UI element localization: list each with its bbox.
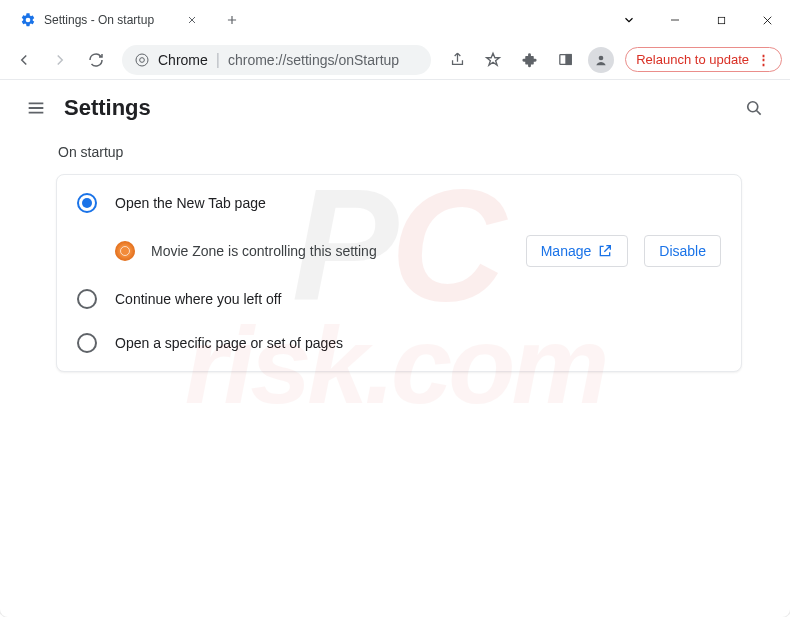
section-heading: On startup [58, 144, 742, 160]
profile-avatar[interactable] [585, 44, 617, 76]
page-title: Settings [64, 95, 151, 121]
avatar-icon [588, 47, 614, 73]
share-icon[interactable] [441, 44, 473, 76]
new-tab-button[interactable] [218, 6, 246, 34]
omnibox-url: chrome://settings/onStartup [228, 52, 399, 68]
disable-label: Disable [659, 243, 706, 259]
relaunch-label: Relaunch to update [636, 52, 749, 67]
extensions-puzzle-icon[interactable] [513, 44, 545, 76]
settings-gear-icon [20, 12, 36, 28]
option-specific-pages[interactable]: Open a specific page or set of pages [57, 321, 741, 365]
back-button[interactable] [8, 44, 40, 76]
reload-button[interactable] [80, 44, 112, 76]
radio-unselected-icon [77, 289, 97, 309]
svg-rect-4 [566, 55, 571, 65]
minimize-button[interactable] [652, 0, 698, 40]
option-open-new-tab[interactable]: Open the New Tab page [57, 181, 741, 225]
radio-selected-icon [77, 193, 97, 213]
option-continue[interactable]: Continue where you left off [57, 277, 741, 321]
extension-message: Movie Zone is controlling this setting [151, 243, 510, 259]
browser-tab[interactable]: Settings - On startup [10, 3, 210, 37]
relaunch-update-button[interactable]: Relaunch to update ⋮ [625, 47, 782, 72]
radio-unselected-icon [77, 333, 97, 353]
option-label: Open a specific page or set of pages [115, 335, 343, 351]
browser-window: Settings - On startup [0, 0, 790, 617]
sidepanel-icon[interactable] [549, 44, 581, 76]
chrome-logo-icon [134, 52, 150, 68]
svg-point-1 [136, 54, 148, 66]
address-bar[interactable]: Chrome | chrome://settings/onStartup [122, 45, 431, 75]
forward-button[interactable] [44, 44, 76, 76]
browser-toolbar: Chrome | chrome://settings/onStartup Rel… [0, 40, 790, 80]
svg-rect-0 [718, 17, 724, 23]
close-tab-icon[interactable] [184, 12, 200, 28]
omnibox-separator: | [216, 51, 220, 69]
close-window-button[interactable] [744, 0, 790, 40]
option-label: Open the New Tab page [115, 195, 266, 211]
manage-button[interactable]: Manage [526, 235, 629, 267]
bookmark-star-icon[interactable] [477, 44, 509, 76]
svg-point-6 [748, 102, 758, 112]
disable-button[interactable]: Disable [644, 235, 721, 267]
search-icon[interactable] [734, 88, 774, 128]
hamburger-menu-icon[interactable] [16, 88, 56, 128]
svg-point-5 [599, 55, 604, 60]
tab-title: Settings - On startup [44, 13, 176, 27]
omnibox-prefix: Chrome [158, 52, 208, 68]
option-label: Continue where you left off [115, 291, 281, 307]
maximize-button[interactable] [698, 0, 744, 40]
external-link-icon [597, 243, 613, 259]
manage-label: Manage [541, 243, 592, 259]
svg-point-2 [140, 57, 145, 62]
kebab-menu-icon: ⋮ [757, 52, 771, 67]
titlebar: Settings - On startup [0, 0, 790, 40]
movie-zone-extension-icon [115, 241, 135, 261]
settings-appbar: Settings [0, 80, 790, 136]
chevron-down-icon[interactable] [606, 0, 652, 40]
settings-content: On startup Open the New Tab page Movie Z… [0, 136, 790, 372]
startup-options-card: Open the New Tab page Movie Zone is cont… [56, 174, 742, 372]
extension-control-notice: Movie Zone is controlling this setting M… [57, 225, 741, 277]
window-controls [606, 0, 790, 40]
